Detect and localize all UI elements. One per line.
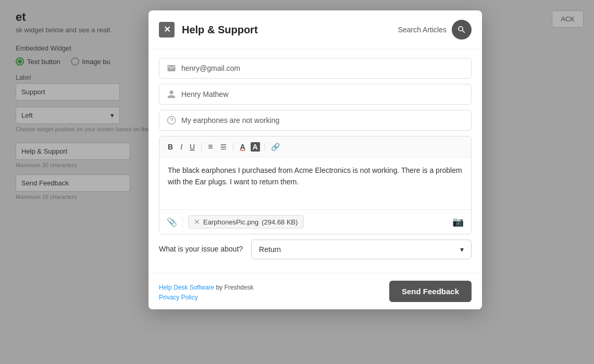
- attachment-divider: [182, 216, 183, 228]
- email-field[interactable]: henry@gmail.com: [159, 58, 472, 79]
- issue-row: What is your issue about? Return ▾: [159, 240, 472, 259]
- modal-body: henry@gmail.com Henry Mathew My earphone…: [148, 49, 482, 273]
- toolbar-divider-3: [264, 143, 265, 151]
- issue-chevron-icon: ▾: [460, 245, 464, 254]
- modal-close-button[interactable]: ✕: [159, 22, 175, 37]
- attachment-bar: 📎 ✕ EarphonesPic.png (294.68 KB) 📷: [159, 209, 471, 234]
- name-value: Henry Mathew: [181, 90, 228, 98]
- subject-value: My earphones are not working: [181, 116, 279, 124]
- toolbar-divider-1: [201, 143, 202, 151]
- file-size: (294.68 KB): [262, 218, 298, 226]
- modal-title: Help & Support: [182, 24, 398, 36]
- footer-links: Help Desk Software by Freshdesk Privacy …: [159, 282, 253, 301]
- editor-toolbar: B I U ≡ ≣ A A 🔗: [159, 136, 471, 157]
- editor-content[interactable]: The black earphones I purchased from Acm…: [159, 157, 471, 209]
- underline-button[interactable]: U: [188, 142, 197, 152]
- issue-select[interactable]: Return ▾: [251, 240, 472, 259]
- issue-label: What is your issue about?: [159, 244, 243, 255]
- editor-area[interactable]: B I U ≡ ≣ A A 🔗 The black earphones I pu…: [159, 136, 472, 234]
- subject-field[interactable]: My earphones are not working: [159, 110, 472, 131]
- help-desk-link[interactable]: Help Desk Software: [159, 284, 214, 291]
- camera-icon[interactable]: 📷: [452, 216, 464, 228]
- name-field[interactable]: Henry Mathew: [159, 84, 472, 105]
- font-color-button[interactable]: A: [238, 142, 247, 152]
- link-button[interactable]: 🔗: [269, 142, 282, 152]
- modal-header: ✕ Help & Support Search Articles: [148, 10, 482, 49]
- question-icon: [167, 116, 176, 125]
- email-value: henry@gmail.com: [181, 64, 240, 72]
- help-support-modal: ✕ Help & Support Search Articles henry@g…: [148, 10, 482, 309]
- footer-link-line: Help Desk Software by Freshdesk: [159, 282, 253, 292]
- close-icon: ✕: [164, 26, 170, 34]
- search-icon: [457, 25, 466, 34]
- send-feedback-button[interactable]: Send Feedback: [389, 281, 472, 302]
- search-button[interactable]: [452, 20, 472, 40]
- issue-selected-value: Return: [259, 245, 281, 254]
- bullet-list-button[interactable]: ≡: [206, 141, 215, 153]
- italic-button[interactable]: I: [178, 142, 184, 152]
- search-articles-label: Search Articles: [398, 26, 447, 34]
- modal-footer: Help Desk Software by Freshdesk Privacy …: [148, 273, 482, 309]
- file-tag: ✕ EarphonesPic.png (294.68 KB): [188, 215, 304, 229]
- person-icon: [167, 90, 176, 99]
- file-name: EarphonesPic.png: [203, 218, 258, 226]
- privacy-policy-link[interactable]: Privacy Policy: [159, 294, 253, 301]
- bold-button[interactable]: B: [166, 142, 175, 152]
- attach-icon[interactable]: 📎: [167, 217, 177, 227]
- email-icon: [167, 64, 176, 73]
- font-highlight-button[interactable]: A: [251, 142, 260, 152]
- toolbar-divider-2: [233, 143, 233, 151]
- file-remove-button[interactable]: ✕: [194, 218, 200, 226]
- link-suffix: by Freshdesk: [214, 284, 253, 291]
- number-list-button[interactable]: ≣: [218, 141, 229, 153]
